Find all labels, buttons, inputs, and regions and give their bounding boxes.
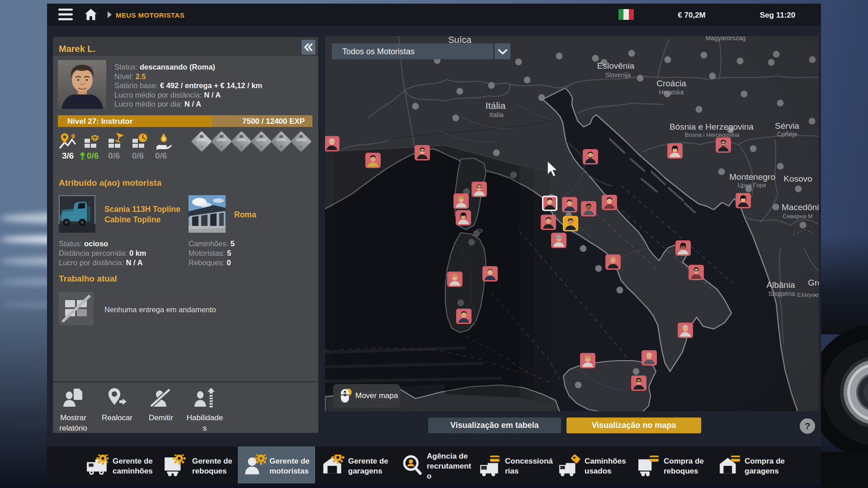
svg-text:1: 1 <box>201 145 203 149</box>
svg-text:Kosovo: Kosovo <box>783 174 812 183</box>
svg-text:4: 4 <box>260 145 263 149</box>
svg-text:Северна М: Северна М <box>783 213 813 220</box>
svg-text:Albânia: Albânia <box>766 280 795 290</box>
svg-text:Црна Гора: Црна Гора <box>738 182 766 188</box>
svg-text:Croácia: Croácia <box>656 79 686 88</box>
svg-text:Macedônia: Macedônia <box>782 202 819 212</box>
svg-text:Bósnia e Herzegovina: Bósnia e Herzegovina <box>670 122 754 131</box>
svg-text:Slovenija: Slovenija <box>605 71 631 79</box>
svg-text:Eslovênia: Eslovênia <box>597 61 635 70</box>
svg-text:Sérvia: Sérvia <box>775 121 799 131</box>
svg-text:3: 3 <box>241 145 243 149</box>
svg-text:Grécia: Grécia <box>808 278 819 287</box>
svg-text:Italia: Italia <box>489 111 504 118</box>
svg-text:Itália: Itália <box>486 100 506 111</box>
svg-text:5: 5 <box>280 145 283 149</box>
svg-text:6: 6 <box>300 145 302 149</box>
svg-text:Ελληνική: Ελληνική <box>797 291 819 298</box>
svg-text:2: 2 <box>221 145 223 149</box>
svg-text:Shqipëria: Shqipëria <box>768 290 795 297</box>
svg-text:Montenegro: Montenegro <box>729 172 775 182</box>
svg-text:Hrvatska: Hrvatska <box>659 89 684 96</box>
svg-text:Magyarország: Magyarország <box>706 36 746 42</box>
svg-text:Србија: Србија <box>777 131 797 138</box>
svg-text:Bosna i Hercegovina: Bosna i Hercegovina <box>685 131 740 138</box>
